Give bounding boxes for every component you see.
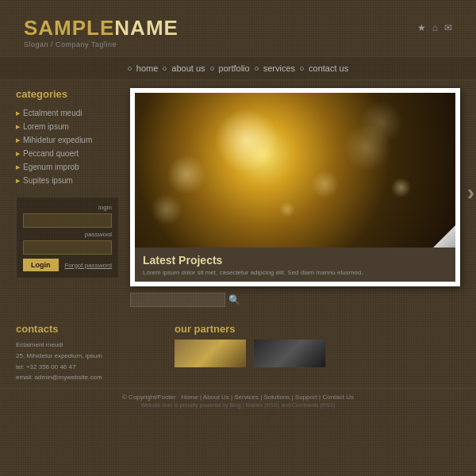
slider-image xyxy=(135,93,455,248)
contacts-column: contacts Ectalment meudi 25, Mihidetur e… xyxy=(16,323,159,382)
mail-icon[interactable]: ✉ xyxy=(444,22,452,33)
partner-logo-2[interactable] xyxy=(254,340,325,367)
header-icons: ★ ⌂ ✉ xyxy=(417,22,452,33)
contact-text: Ectalment meudi 25, Mihidetur expedium, … xyxy=(16,340,159,382)
home-icon[interactable]: ⌂ xyxy=(432,22,438,33)
footer-nav-links[interactable]: Home | About Us | Services | Solutions |… xyxy=(181,393,354,401)
footer: © Copyright/Footer Home | About Us | Ser… xyxy=(0,388,476,411)
sidebar-item-1[interactable]: Ectalment meudi xyxy=(16,106,119,120)
password-input-wrap: password xyxy=(23,231,112,255)
sidebar: categories Ectalment meudi Lorem ipsum M… xyxy=(16,88,119,307)
logo-tagline: Slogan / Company Tagline xyxy=(24,40,178,48)
partner-logo-1[interactable] xyxy=(175,340,246,367)
contact-line-3: tel: +32 356 00 46 47 xyxy=(16,362,159,373)
logo: SAMPLENAME xyxy=(24,17,178,38)
nav-label-portfolio: portfolio xyxy=(219,63,250,73)
slider-title: Latest Projects xyxy=(143,254,447,267)
slider-frame: Latest Projects Lorem ipsum dolor sit me… xyxy=(130,88,460,286)
sidebar-title: categories xyxy=(16,88,119,100)
page-curl xyxy=(433,225,455,248)
password-label: password xyxy=(23,231,112,238)
contact-line-2: 25, Mihidetur expedium, ipsum xyxy=(16,351,159,362)
sidebar-item-4[interactable]: Peccand quoert xyxy=(16,147,119,160)
nav-dot xyxy=(128,67,132,71)
search-button[interactable]: 🔍 xyxy=(228,294,240,305)
contacts-title: contacts xyxy=(16,323,159,335)
slider-area: Latest Projects Lorem ipsum dolor sit me… xyxy=(130,88,460,307)
bottom-section: contacts Ectalment meudi 25, Mihidetur e… xyxy=(0,315,476,387)
search-bar: 🔍 xyxy=(130,293,460,307)
password-input[interactable] xyxy=(23,240,112,255)
sidebar-item-5[interactable]: Egenum improb xyxy=(16,160,119,174)
nav-label-services: services xyxy=(263,63,295,73)
login-input-wrap: login xyxy=(23,204,112,228)
nav-item-contact[interactable]: contact us xyxy=(300,63,348,73)
slider-caption: Latest Projects Lorem ipsum dolor sit me… xyxy=(135,248,455,282)
footer-copyright: © Copyright/Footer xyxy=(122,393,176,401)
nav-dot xyxy=(163,67,167,71)
nav-label-contact: contact us xyxy=(309,63,348,73)
logo-bold: SAMPLE xyxy=(24,16,114,40)
slider-next-arrow[interactable]: › xyxy=(467,180,474,205)
slider-description: Lorem ipsum dolor sit met, casectetur ad… xyxy=(143,269,447,277)
login-btn-row: Login Forgot password xyxy=(23,259,112,271)
login-button[interactable]: Login xyxy=(23,259,59,271)
footer-powered: Website.com is proudly powered by Blog |… xyxy=(16,402,460,408)
main-content: categories Ectalment meudi Lorem ipsum M… xyxy=(0,80,476,315)
partners-title: our partners xyxy=(175,323,460,335)
nav-item-about[interactable]: about us xyxy=(163,63,205,73)
nav-dot xyxy=(300,67,304,71)
nav-item-home[interactable]: home xyxy=(128,63,159,73)
login-input[interactable] xyxy=(23,213,112,228)
sidebar-item-3[interactable]: Mihidetur expedium xyxy=(16,133,119,147)
star-icon[interactable]: ★ xyxy=(417,22,426,33)
sidebar-list: Ectalment meudi Lorem ipsum Mihidetur ex… xyxy=(16,106,119,187)
logo-area: SAMPLENAME Slogan / Company Tagline xyxy=(24,17,178,48)
nav-label-home: home xyxy=(136,63,159,73)
search-input[interactable] xyxy=(130,293,225,307)
nav-dot xyxy=(255,67,259,71)
sidebar-item-2[interactable]: Lorem ipsum xyxy=(16,120,119,133)
partners-column: our partners xyxy=(175,323,460,382)
footer-links: © Copyright/Footer Home | About Us | Ser… xyxy=(16,393,460,401)
nav-dot xyxy=(210,67,214,71)
nav-label-about: about us xyxy=(171,63,205,73)
contact-line-1: Ectalment meudi xyxy=(16,340,159,351)
login-label: login xyxy=(23,204,112,211)
main-nav: home about us portfolio services contact… xyxy=(0,56,476,80)
login-form: login password Login Forgot password xyxy=(16,197,119,278)
nav-item-services[interactable]: services xyxy=(255,63,295,73)
forgot-password-link[interactable]: Forgot password xyxy=(64,262,112,269)
logo-light: NAME xyxy=(114,16,178,40)
partners-row xyxy=(175,340,460,367)
nav-item-portfolio[interactable]: portfolio xyxy=(210,63,250,73)
contact-line-4: email: admin@mywebsite.com xyxy=(16,372,159,383)
sidebar-item-6[interactable]: Supites ipsum xyxy=(16,174,119,187)
header: SAMPLENAME Slogan / Company Tagline ★ ⌂ … xyxy=(0,0,476,56)
